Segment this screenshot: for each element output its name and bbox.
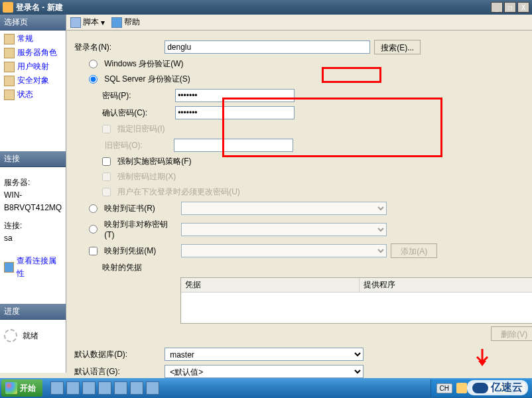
enforce-policy-checkbox[interactable] [102, 157, 111, 166]
select-page-header: 选择页 [0, 15, 66, 31]
nav-label: 用户映射 [17, 61, 49, 72]
sql-auth-radio[interactable] [89, 75, 98, 84]
chevron-down-icon: ▾ [101, 18, 105, 27]
cloud-icon [472, 383, 488, 393]
map-cert-select [181, 202, 387, 215]
mapped-creds-label: 映射的凭据 [102, 262, 142, 273]
specify-old-checkbox [102, 125, 111, 133]
map-cred-select [181, 244, 387, 257]
nav-user-mapping[interactable]: 用户映射 [1, 60, 64, 74]
nav-label: 常规 [17, 33, 33, 44]
minimize-button[interactable]: _ [491, 2, 503, 13]
close-button[interactable]: X [517, 2, 529, 13]
default-db-select[interactable]: master [165, 348, 364, 361]
secure-icon [4, 76, 15, 86]
window-icon [3, 2, 13, 13]
map-asym-radio[interactable] [89, 225, 98, 233]
progress-spinner-icon [4, 329, 17, 342]
must-change-label: 用户在下次登录时必须更改密码(U) [117, 186, 240, 198]
tray-icon[interactable] [456, 383, 467, 393]
form-area: 登录名(N): 搜索(E)... Windows 身份验证(W) SQL Ser… [66, 31, 532, 391]
server-value: WIN-B8RVQT412MQ [4, 189, 62, 214]
old-password-input [174, 139, 293, 152]
search-button[interactable]: 搜索(E)... [374, 40, 421, 54]
enforce-policy-label: 强制实施密码策略(F) [117, 156, 191, 167]
quick-launch-icon[interactable] [50, 381, 64, 395]
properties-icon [4, 262, 14, 273]
map-cred-label: 映射到凭据(M) [104, 245, 177, 257]
progress-status: 就绪 [23, 330, 38, 342]
help-button[interactable]: 帮助 [111, 17, 140, 28]
left-panel: 选择页 常规 服务器角色 用户映射 安全对象 状态 连接 服务器: WIN-B8… [0, 15, 66, 373]
password-label: 密码(P): [102, 90, 171, 101]
window-title: 登录名 - 新建 [16, 2, 491, 13]
confirm-password-input[interactable] [175, 106, 295, 119]
language-indicator[interactable]: CH [436, 383, 452, 393]
nav-label: 状态 [17, 89, 33, 100]
nav-general[interactable]: 常规 [1, 32, 64, 46]
windows-auth-radio[interactable] [89, 60, 98, 68]
add-button: 添加(A) [391, 243, 437, 258]
watermark-text: 亿速云 [491, 381, 523, 395]
old-password-label: 旧密码(O): [105, 140, 170, 151]
help-icon [111, 17, 122, 28]
view-connection-props[interactable]: 查看连接属性 [4, 255, 62, 280]
nav-securables[interactable]: 安全对象 [1, 74, 64, 88]
default-db-label: 默认数据库(D): [74, 349, 161, 360]
windows-auth-label: Windows 身份验证(W) [104, 58, 183, 70]
script-button[interactable]: 脚本 ▾ [70, 17, 105, 28]
must-change-checkbox [102, 188, 111, 196]
page-icon [4, 34, 15, 44]
confirm-password-label: 确认密码(C): [102, 107, 171, 119]
enforce-expire-label: 强制密码过期(X) [117, 171, 176, 182]
maximize-button[interactable]: ❐ [504, 2, 516, 13]
connection-header: 连接 [0, 151, 66, 167]
default-lang-select[interactable]: <默认值> [165, 365, 364, 378]
role-icon [4, 48, 15, 58]
taskbar: 开始 CH [0, 378, 532, 398]
map-cred-checkbox[interactable] [89, 247, 98, 255]
nav-label: 服务器角色 [17, 47, 57, 58]
progress-header: 进度 [0, 304, 66, 320]
progress-section: 就绪 [0, 320, 66, 346]
cred-col-credential: 凭据 [181, 278, 360, 292]
quick-launch-icon[interactable] [98, 381, 111, 395]
credentials-grid: 凭据 提供程序 [180, 277, 532, 324]
map-cert-label: 映射到证书(R) [104, 203, 177, 214]
help-label: 帮助 [124, 17, 140, 28]
quick-launch-icon[interactable] [82, 381, 96, 395]
quick-launch [46, 381, 163, 395]
windows-logo-icon [5, 382, 17, 394]
map-asym-label: 映射到非对称密钥(T) [104, 219, 177, 239]
server-label: 服务器: [4, 176, 62, 189]
nav-label: 安全对象 [17, 75, 49, 86]
enforce-expire-checkbox [102, 172, 111, 181]
start-button[interactable]: 开始 [1, 379, 42, 397]
sql-auth-label: SQL Server 身份验证(S) [104, 74, 190, 85]
default-lang-label: 默认语言(G): [74, 366, 161, 377]
quick-launch-icon[interactable] [114, 381, 127, 395]
conn-value: sa [4, 232, 62, 245]
login-name-input[interactable] [165, 40, 370, 54]
quick-launch-icon[interactable] [130, 381, 143, 395]
delete-button: 删除(V) [491, 326, 532, 341]
right-panel: 脚本 ▾ 帮助 登录名(N): 搜索(E)... Windows 身份验证(W) [66, 15, 532, 373]
view-props-label: 查看连接属性 [17, 255, 62, 280]
titlebar: 登录名 - 新建 _ ❐ X [0, 0, 532, 15]
nav-list: 常规 服务器角色 用户映射 安全对象 状态 [0, 31, 66, 103]
script-label: 脚本 [83, 17, 99, 28]
nav-status[interactable]: 状态 [1, 88, 64, 101]
quick-launch-icon[interactable] [66, 381, 80, 395]
watermark: 亿速云 [467, 380, 528, 395]
status-icon [4, 90, 15, 100]
connection-section: 服务器: WIN-B8RVQT412MQ 连接: sa 查看连接属性 [0, 167, 66, 284]
script-icon [70, 17, 81, 28]
map-icon [4, 62, 15, 72]
password-input[interactable] [175, 89, 295, 102]
cred-col-provider: 提供程序 [360, 278, 532, 292]
map-cert-radio[interactable] [89, 204, 98, 213]
toolbar: 脚本 ▾ 帮助 [66, 15, 532, 31]
specify-old-label: 指定旧密码(I) [117, 123, 165, 135]
nav-server-roles[interactable]: 服务器角色 [1, 46, 64, 60]
quick-launch-icon[interactable] [146, 381, 159, 395]
